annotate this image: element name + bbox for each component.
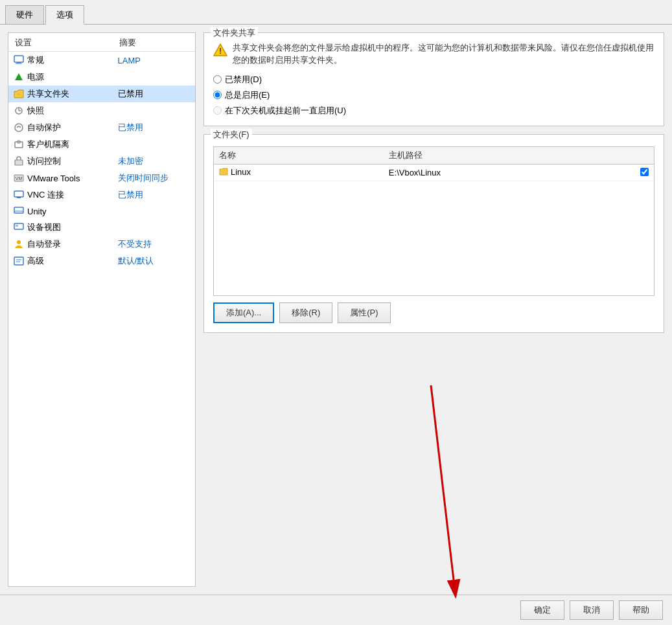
- settings-label-power: 电源: [27, 71, 44, 83]
- svg-marker-3: [15, 73, 23, 80]
- tab-options[interactable]: 选项: [45, 5, 84, 25]
- settings-row-autologin[interactable]: 自动登录不受支持: [8, 236, 195, 253]
- main-window: 硬件 选项 设置 摘要 常规LAMP电源↔共享文件夹已禁用快照自动保护已禁用客户…: [0, 0, 672, 625]
- svg-point-20: [17, 240, 21, 244]
- monitor-icon: [14, 55, 24, 65]
- folder-empty-row: [214, 224, 654, 238]
- svg-rect-11: [15, 160, 23, 165]
- settings-item-name-access-control: 访问控制: [8, 153, 113, 170]
- radio-until-shutdown[interactable]: 在下次关机或挂起前一直启用(U): [213, 105, 655, 117]
- settings-row-unity[interactable]: Unity: [8, 203, 195, 219]
- ok-button[interactable]: 确定: [520, 600, 564, 620]
- properties-button[interactable]: 属性(P): [338, 302, 390, 323]
- settings-value-unity: [113, 203, 195, 219]
- folder-empty-row: [214, 267, 654, 281]
- radio-always-on[interactable]: 总是启用(E): [213, 89, 655, 101]
- folder-list-title: 文件夹(F): [211, 129, 252, 141]
- remove-button[interactable]: 移除(R): [279, 302, 332, 323]
- folder-table: 名称 主机路径 LinuxE:\Vbox\Linux: [214, 147, 654, 295]
- svg-rect-0: [14, 56, 23, 62]
- device-icon: [14, 222, 24, 233]
- left-panel: 设置 摘要 常规LAMP电源↔共享文件夹已禁用快照自动保护已禁用客户机隔离访问控…: [8, 32, 196, 587]
- settings-value-vmware-tools: 关闭时间同步: [113, 170, 195, 187]
- svg-rect-21: [14, 257, 23, 265]
- radio-always-on-input[interactable]: [213, 91, 222, 99]
- radio-disabled-input[interactable]: [213, 75, 222, 84]
- settings-value-auto-protect: 已禁用: [113, 119, 195, 136]
- radio-until-shutdown-label: 在下次关机或挂起前一直启用(U): [225, 105, 346, 117]
- settings-value-vnc: 已禁用: [113, 187, 195, 203]
- access-icon: [14, 156, 24, 166]
- vnc-icon: [14, 190, 24, 200]
- settings-row-general[interactable]: 常规LAMP: [8, 52, 195, 69]
- settings-item-name-vmware-tools: VMVMware Tools: [8, 170, 113, 187]
- folder-list-group: 文件夹(F) 名称 主机路径 LinuxE:\Vbox\Linux: [203, 134, 664, 333]
- settings-label-vnc: VNC 连接: [27, 189, 64, 201]
- settings-label-autologin: 自动登录: [27, 238, 61, 250]
- settings-value-autologin: 不受支持: [113, 236, 195, 253]
- settings-row-access-control[interactable]: 访问控制未加密: [8, 153, 195, 170]
- settings-row-auto-protect[interactable]: 自动保护已禁用: [8, 119, 195, 136]
- folder-sharing-group: 文件夹共享 ! 共享文件夹会将您的文件显示给虚拟机中的程序。这可能为您的计算机和…: [203, 32, 664, 126]
- settings-value-advanced: 默认/默认: [113, 253, 195, 269]
- folder-empty-row: [214, 238, 654, 253]
- settings-label-vmware-tools: VMware Tools: [27, 174, 80, 183]
- power-icon: [14, 72, 24, 82]
- folder-name: Linux: [214, 164, 384, 181]
- settings-value-access-control: 未加密: [113, 153, 195, 170]
- settings-item-name-unity: Unity: [8, 203, 113, 219]
- settings-item-name-snapshot: 快照: [8, 102, 113, 119]
- svg-rect-2: [16, 63, 22, 64]
- radio-always-on-label: 总是启用(E): [225, 89, 270, 101]
- cancel-button[interactable]: 取消: [570, 600, 614, 620]
- warning-area: ! 共享文件夹会将您的文件显示给虚拟机中的程序。这可能为您的计算机和数据带来风险…: [213, 42, 655, 67]
- folder-path: E:\Vbox\Linux: [384, 164, 634, 181]
- svg-point-8: [15, 124, 23, 131]
- folder-sharing-title: 文件夹共享: [211, 27, 258, 39]
- folder-table-wrapper: 名称 主机路径 LinuxE:\Vbox\Linux: [213, 146, 655, 296]
- col-name-header: 名称: [214, 147, 384, 165]
- settings-item-name-auto-protect: 自动保护: [8, 119, 113, 136]
- radio-until-shutdown-input[interactable]: [213, 106, 222, 115]
- settings-label-shared-folders: 共享文件夹: [27, 88, 69, 100]
- settings-item-name-isolation: 客户机隔离: [8, 136, 113, 153]
- isolation-icon: [14, 139, 24, 150]
- settings-label-snapshot: 快照: [27, 105, 44, 117]
- help-button[interactable]: 帮助: [619, 600, 663, 620]
- folder-empty-row: [214, 281, 654, 295]
- settings-row-isolation[interactable]: 客户机隔离: [8, 136, 195, 153]
- settings-row-power[interactable]: 电源: [8, 69, 195, 85]
- folder-row[interactable]: LinuxE:\Vbox\Linux: [214, 164, 654, 181]
- col-header-summary: 摘要: [113, 33, 195, 52]
- settings-label-general: 常规: [27, 54, 44, 66]
- svg-rect-19: [16, 225, 18, 227]
- svg-text:!: !: [219, 47, 222, 56]
- folder-empty-row: [214, 181, 654, 196]
- settings-label-unity: Unity: [27, 207, 47, 216]
- warning-text: 共享文件夹会将您的文件显示给虚拟机中的程序。这可能为您的计算机和数据带来风险。请…: [233, 42, 655, 67]
- settings-row-advanced[interactable]: 高级默认/默认: [8, 253, 195, 269]
- settings-row-device-view[interactable]: 设备视图: [8, 219, 195, 236]
- folder-empty-row: [214, 210, 654, 224]
- bottom-bar: 确定 取消 帮助: [0, 595, 672, 625]
- settings-row-snapshot[interactable]: 快照: [8, 102, 195, 119]
- tab-hardware[interactable]: 硬件: [5, 5, 44, 24]
- settings-value-device-view: [113, 219, 195, 236]
- settings-row-vmware-tools[interactable]: VMVMware Tools关闭时间同步: [8, 170, 195, 187]
- settings-label-access-control: 访问控制: [27, 155, 61, 167]
- settings-item-name-power: 电源: [8, 69, 113, 85]
- settings-row-vnc[interactable]: VNC 连接已禁用: [8, 187, 195, 203]
- settings-value-shared-folders: 已禁用: [113, 85, 195, 102]
- radio-disabled[interactable]: 已禁用(D): [213, 74, 655, 85]
- svg-text:↔: ↔: [17, 92, 21, 97]
- folder-checkbox-cell[interactable]: [634, 164, 654, 181]
- add-button[interactable]: 添加(A)...: [213, 302, 274, 323]
- settings-label-isolation: 客户机隔离: [27, 139, 69, 150]
- settings-item-name-vnc: VNC 连接: [8, 187, 113, 203]
- vmtools-icon: VM: [14, 173, 24, 183]
- settings-row-shared-folders[interactable]: ↔共享文件夹已禁用: [8, 85, 195, 102]
- folder-checkbox[interactable]: [640, 168, 649, 176]
- action-buttons: 添加(A)... 移除(R) 属性(P): [213, 302, 655, 323]
- settings-label-device-view: 设备视图: [27, 222, 61, 233]
- content-area: 设置 摘要 常规LAMP电源↔共享文件夹已禁用快照自动保护已禁用客户机隔离访问控…: [0, 25, 672, 595]
